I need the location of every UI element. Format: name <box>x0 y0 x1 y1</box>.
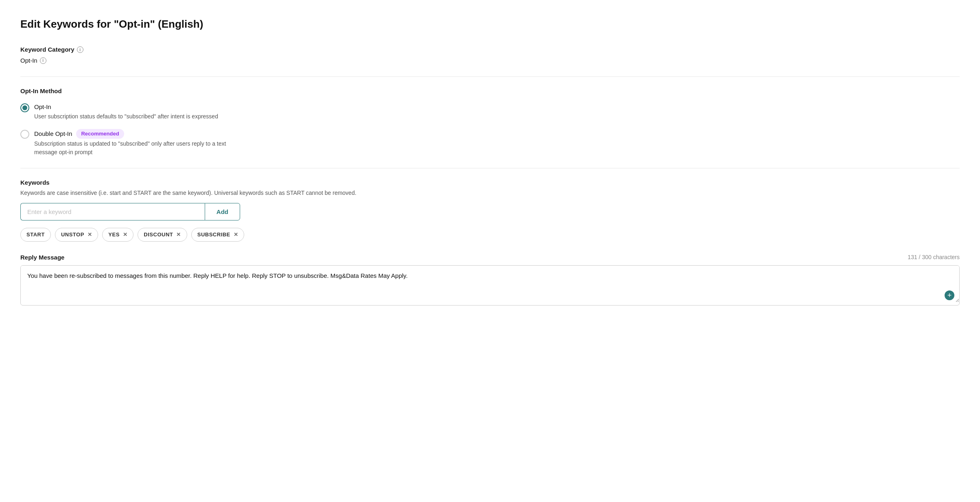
remove-subscribe-button[interactable]: ✕ <box>234 231 238 239</box>
keyword-tag-unstop-label: UNSTOP <box>61 231 84 239</box>
keyword-tag-discount: DISCOUNT ✕ <box>138 228 187 242</box>
remove-unstop-button[interactable]: ✕ <box>88 231 92 239</box>
keyword-category-section: Keyword Category i Opt-In i <box>20 45 960 65</box>
reply-message-header: Reply Message 131 / 300 characters <box>20 253 960 262</box>
opt-in-content: Opt-In User subscription status defaults… <box>34 103 218 121</box>
char-count: 131 / 300 characters <box>908 253 960 262</box>
keyword-tag-start-label: START <box>26 231 45 239</box>
keyword-tag-discount-label: DISCOUNT <box>144 231 173 239</box>
reply-message-label: Reply Message <box>20 253 64 262</box>
double-opt-in-radio[interactable] <box>20 130 29 139</box>
remove-discount-button[interactable]: ✕ <box>176 231 181 239</box>
keywords-section: Keywords Keywords are case insensitive (… <box>20 178 960 242</box>
keyword-tag-unstop: UNSTOP ✕ <box>55 228 98 242</box>
keyword-tags: START UNSTOP ✕ YES ✕ DISCOUNT ✕ SUBSCRIB… <box>20 228 960 242</box>
double-opt-in-option[interactable]: Double Opt-In Recommended Subscription s… <box>20 129 960 157</box>
keyword-tag-subscribe: SUBSCRIBE ✕ <box>191 228 245 242</box>
opt-in-method-label: Opt-In Method <box>20 87 960 96</box>
double-opt-in-description: Subscription status is updated to "subsc… <box>34 140 246 157</box>
keywords-description: Keywords are case insensitive (i.e. star… <box>20 189 960 197</box>
keyword-input[interactable] <box>20 203 205 220</box>
keyword-tag-subscribe-label: SUBSCRIBE <box>197 231 230 239</box>
remove-yes-button[interactable]: ✕ <box>123 231 128 239</box>
keyword-tag-start: START <box>20 228 51 242</box>
reply-message-section: Reply Message 131 / 300 characters You h… <box>20 253 960 306</box>
opt-in-label: Opt-In <box>34 103 51 112</box>
page-title: Edit Keywords for "Opt-in" (English) <box>20 16 960 32</box>
divider-2 <box>20 168 960 168</box>
add-keyword-button[interactable]: Add <box>205 203 240 220</box>
opt-in-info-icon[interactable]: i <box>40 57 46 64</box>
textarea-add-icon[interactable]: + <box>945 290 954 300</box>
opt-in-radio[interactable] <box>20 103 29 112</box>
keyword-tag-yes-label: YES <box>108 231 120 239</box>
keyword-tag-yes: YES ✕ <box>102 228 133 242</box>
reply-message-textarea[interactable]: You have been re-subscribed to messages … <box>21 266 959 302</box>
opt-in-method-section: Opt-In Method Opt-In User subscription s… <box>20 87 960 157</box>
opt-in-option[interactable]: Opt-In User subscription status defaults… <box>20 103 960 121</box>
reply-textarea-container: You have been re-subscribed to messages … <box>20 265 960 306</box>
keywords-label: Keywords <box>20 178 960 188</box>
keyword-category-label: Keyword Category <box>20 45 74 55</box>
keyword-input-row: Add <box>20 203 240 220</box>
double-opt-in-content: Double Opt-In Recommended Subscription s… <box>34 129 246 157</box>
keyword-category-value: Opt-In <box>20 56 37 65</box>
double-opt-in-label: Double Opt-In <box>34 129 72 139</box>
opt-in-description: User subscription status defaults to "su… <box>34 112 218 121</box>
divider-1 <box>20 76 960 77</box>
keyword-category-info-icon[interactable]: i <box>77 46 83 53</box>
recommended-badge: Recommended <box>76 129 124 139</box>
